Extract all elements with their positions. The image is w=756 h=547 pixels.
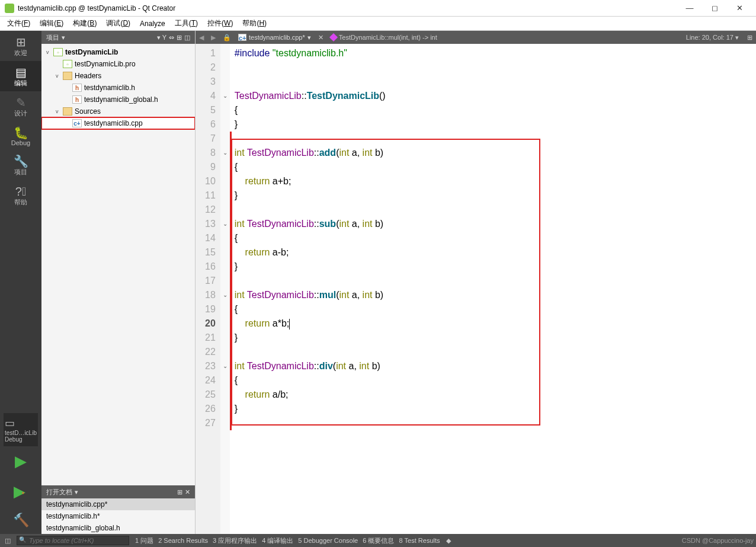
menu-item[interactable]: Analyze	[136, 18, 169, 29]
line-gutter[interactable]: 1234567891011121314151617181920212223242…	[196, 44, 220, 534]
tree-item[interactable]: htestdynamiclib_global.h	[41, 94, 195, 105]
menu-item[interactable]: 工具(T)	[171, 17, 201, 30]
open-docs-list[interactable]: testdynamiclib.cpp*testdynamiclib.h*test…	[41, 498, 195, 534]
output-dropdown-icon[interactable]: ◆	[446, 537, 451, 545]
menu-item[interactable]: 构建(B)	[69, 17, 100, 30]
open-doc-item[interactable]: testdynamiclib.cpp*	[41, 498, 195, 510]
kit-selector[interactable]: ▭ testD…icLib Debug	[4, 413, 38, 446]
qt-logo-icon	[5, 4, 14, 13]
mode-welcome[interactable]: ⊞欢迎	[0, 31, 41, 61]
change-bar	[230, 132, 232, 430]
open-docs-header: 打开文档 ▾ ⊞ ✕	[41, 485, 195, 498]
close-button[interactable]: ✕	[728, 4, 751, 12]
link-icon[interactable]: ⇔	[169, 34, 174, 41]
output-tab[interactable]: 5 Debugger Console	[296, 537, 360, 544]
cursor-position[interactable]: Line: 20, Col: 17 ▾	[681, 34, 744, 41]
project-tree[interactable]: v▫testDynamicLib▫testDynamicLib.provHead…	[41, 44, 195, 132]
debug-button[interactable]: ▶	[14, 476, 28, 507]
mode-edit[interactable]: ▤编辑	[0, 61, 41, 91]
build-button[interactable]: 🔨	[13, 507, 29, 534]
tree-item[interactable]: ▫testDynamicLib.pro	[41, 58, 195, 70]
window-title: testdynamiclib.cpp @ testDynamicLib - Qt…	[18, 4, 175, 12]
split-icon[interactable]: ◫	[184, 34, 190, 41]
symbol-icon	[329, 33, 338, 41]
code-editor[interactable]: 1234567891011121314151617181920212223242…	[196, 44, 756, 534]
split-editor-icon[interactable]: ⊞	[744, 34, 756, 41]
mode-debug[interactable]: 🐛Debug	[0, 121, 41, 150]
tree-item[interactable]: v▫testDynamicLib	[41, 46, 195, 58]
open-doc-item[interactable]: testdynamiclib_global.h	[41, 522, 195, 534]
menu-item[interactable]: 文件(F)	[4, 17, 34, 30]
symbol-crumb[interactable]: TestDynamicLib::mul(int, int) -> int	[327, 34, 441, 41]
add-icon[interactable]: ⊞	[177, 34, 182, 41]
output-tab[interactable]: 8 Test Results	[396, 537, 442, 544]
mode-help[interactable]: ?⃝帮助	[0, 180, 41, 210]
editor-toolbar: ◀ ▶ 🔒 c+ testdynamiclib.cpp* ▾ ✕ TestDyn…	[196, 31, 756, 44]
dropdown-icon[interactable]: ▾	[75, 488, 78, 496]
lock-icon[interactable]: 🔒	[219, 34, 235, 41]
tree-item[interactable]: vSources	[41, 105, 195, 117]
watermark: CSDN @Cappuccino-jay	[682, 537, 754, 544]
side-panel: 项目 ▾ ▾ Y ⇔ ⊞ ◫ v▫testDynamicLib▫testDyna…	[41, 31, 196, 534]
tree-item[interactable]: c+testdynamiclib.cpp	[41, 117, 195, 129]
tree-item[interactable]: htestdynamiclib.h	[41, 82, 195, 94]
title-bar: testdynamiclib.cpp @ testDynamicLib - Qt…	[0, 0, 756, 17]
dropdown-icon[interactable]: ▾	[62, 34, 65, 41]
mode-bar: ⊞欢迎 ▤编辑 ✎设计 🐛Debug 🔧项目 ?⃝帮助 ▭ testD…icLi…	[0, 31, 41, 534]
locator-input[interactable]	[17, 536, 129, 545]
menu-item[interactable]: 调试(D)	[102, 17, 134, 30]
open-doc-item[interactable]: testdynamiclib.h*	[41, 510, 195, 522]
nav-fwd-icon[interactable]: ▶	[207, 34, 219, 41]
output-tab[interactable]: 3 应用程序输出	[210, 537, 260, 544]
status-bar: ◫ 1 问题2 Search Results3 应用程序输出4 编译输出5 De…	[0, 534, 756, 547]
file-selector[interactable]: c+ testdynamiclib.cpp* ▾	[235, 34, 315, 41]
output-tab[interactable]: 6 概要信息	[360, 537, 396, 544]
output-tab[interactable]: 4 编译输出	[260, 537, 296, 544]
output-tab[interactable]: 1 问题	[133, 537, 156, 544]
run-button[interactable]: ▶	[15, 446, 27, 476]
toggle-sidebar-icon[interactable]: ◫	[2, 537, 13, 545]
maximize-button[interactable]: ◻	[703, 4, 726, 12]
filter-icon[interactable]: ▾ Y	[157, 34, 166, 41]
menu-bar[interactable]: 文件(F)编辑(E)构建(B)调试(D)Analyze工具(T)控件(W)帮助(…	[0, 17, 756, 31]
tree-item[interactable]: vHeaders	[41, 70, 195, 82]
add-icon[interactable]: ⊞	[177, 488, 182, 496]
close-file-icon[interactable]: ✕	[315, 34, 327, 41]
code-text[interactable]: #include "testdynamiclib.h"TestDynamicLi…	[230, 44, 386, 534]
dropdown-icon: ▾	[307, 34, 311, 41]
menu-item[interactable]: 帮助(H)	[239, 17, 270, 30]
editor-area: ◀ ▶ 🔒 c+ testdynamiclib.cpp* ▾ ✕ TestDyn…	[196, 31, 756, 534]
menu-item[interactable]: 控件(W)	[204, 17, 236, 30]
fold-column[interactable]: ⌄⌄⌄⌄⌄	[220, 44, 230, 534]
projects-header: 项目 ▾ ▾ Y ⇔ ⊞ ◫	[41, 31, 195, 44]
mode-projects[interactable]: 🔧项目	[0, 150, 41, 180]
menu-item[interactable]: 编辑(E)	[36, 17, 67, 30]
close-panel-icon[interactable]: ✕	[185, 488, 190, 496]
nav-back-icon[interactable]: ◀	[196, 34, 207, 41]
minimize-button[interactable]: —	[678, 4, 701, 12]
output-tab[interactable]: 2 Search Results	[156, 537, 210, 544]
mode-design[interactable]: ✎设计	[0, 91, 41, 121]
